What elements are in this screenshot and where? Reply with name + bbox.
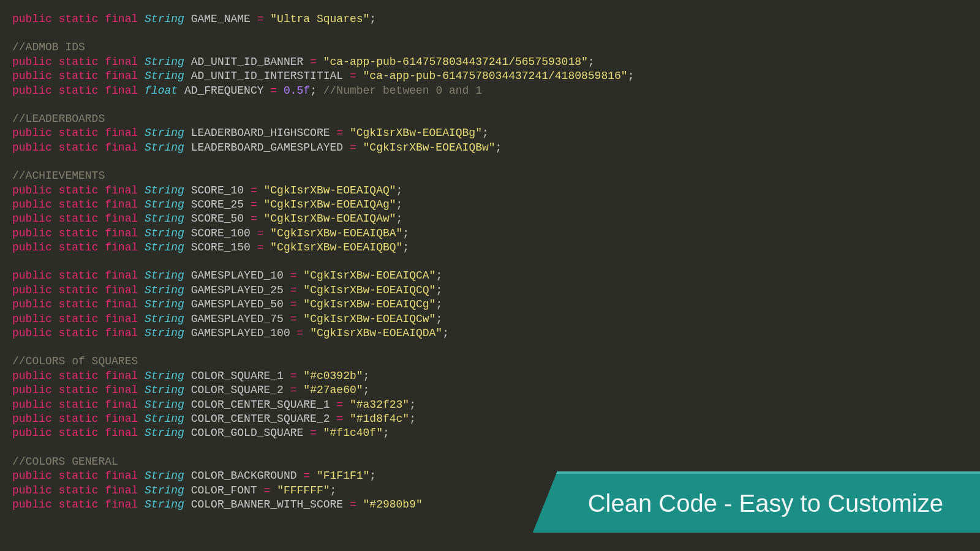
literal-value: "CgkIsrXBw-EOEAIQBQ" xyxy=(270,241,402,253)
code-line[interactable]: public static final String GAMESPLAYED_2… xyxy=(12,283,968,298)
code-line[interactable]: public static final String GAMESPLAYED_1… xyxy=(12,326,968,340)
literal-value: "CgkIsrXBw-EOEAIQCw" xyxy=(303,313,435,325)
code-line[interactable] xyxy=(12,340,968,354)
code-line[interactable]: public static final String COLOR_GOLD_SQ… xyxy=(12,426,968,440)
code-line[interactable]: public static final String GAMESPLAYED_1… xyxy=(12,269,968,283)
banner-text: Clean Code - Easy to Customize xyxy=(588,490,943,517)
literal-value: "#27ae60" xyxy=(303,384,363,396)
operator-equals: = xyxy=(284,269,303,282)
operator-equals: = xyxy=(251,241,270,253)
code-line[interactable]: public static final String SCORE_150 = "… xyxy=(12,241,968,255)
keyword-public: public xyxy=(12,269,59,282)
semicolon: ; xyxy=(396,184,403,197)
keyword-public: public xyxy=(12,141,59,154)
keyword-final: final xyxy=(105,141,145,154)
keyword-final: final xyxy=(105,399,145,411)
trailing-comment: //Number between 0 and 1 xyxy=(317,84,482,97)
semicolon: ; xyxy=(588,56,595,68)
comment: //COLORS GENERAL xyxy=(12,455,118,468)
operator-equals: = xyxy=(330,413,350,425)
code-line[interactable] xyxy=(12,98,968,112)
semicolon: ; xyxy=(396,198,403,211)
variable-name: GAMESPLAYED_50 xyxy=(191,298,284,310)
literal-value: "CgkIsrXBw-EOEAIQBA" xyxy=(270,227,402,239)
literal-value: "#c0392b" xyxy=(303,370,363,382)
variable-name: AD_FREQUENCY xyxy=(184,84,264,97)
type-name: String xyxy=(145,399,184,411)
operator-equals: = xyxy=(251,227,270,239)
type-name: String xyxy=(145,198,184,211)
keyword-final: final xyxy=(105,198,145,211)
keyword-public: public xyxy=(12,227,59,239)
variable-name: AD_UNIT_ID_INTERSTITIAL xyxy=(191,70,343,82)
code-line[interactable]: //ADMOB IDS xyxy=(12,40,968,54)
keyword-public: public xyxy=(12,184,59,197)
code-line[interactable]: public static final String AD_UNIT_ID_IN… xyxy=(12,69,968,83)
code-line[interactable]: public static final String COLOR_CENTER_… xyxy=(12,412,968,426)
code-line[interactable]: public static final String GAMESPLAYED_7… xyxy=(12,312,968,326)
comment: //ACHIEVEMENTS xyxy=(12,170,105,182)
variable-name: COLOR_GOLD_SQUARE xyxy=(191,427,304,439)
operator-equals: = xyxy=(284,298,303,310)
code-editor[interactable]: public static final String GAME_NAME = "… xyxy=(0,0,980,518)
keyword-public: public xyxy=(12,313,59,325)
operator-equals: = xyxy=(257,484,277,497)
code-line[interactable]: //COLORS of SQUARES xyxy=(12,354,968,369)
code-line[interactable]: public static final String SCORE_100 = "… xyxy=(12,227,968,241)
keyword-static: static xyxy=(59,327,105,339)
operator-equals: = xyxy=(330,399,350,411)
code-line[interactable] xyxy=(12,155,968,169)
code-line[interactable]: public static final String SCORE_25 = "C… xyxy=(12,198,968,212)
literal-value: "FFFFFF" xyxy=(277,484,330,497)
operator-equals: = xyxy=(264,84,284,97)
code-line[interactable]: public static final String LEADERBOARD_H… xyxy=(12,126,968,140)
semicolon: ; xyxy=(369,470,376,482)
code-line[interactable] xyxy=(12,255,968,269)
keyword-final: final xyxy=(105,212,145,225)
code-line[interactable]: //LEADERBOARDS xyxy=(12,112,968,126)
variable-name: COLOR_CENTER_SQUARE_2 xyxy=(191,413,330,425)
keyword-public: public xyxy=(12,198,59,211)
semicolon: ; xyxy=(628,70,635,82)
operator-equals: = xyxy=(297,470,317,482)
code-line[interactable]: //COLORS GENERAL xyxy=(12,455,968,469)
keyword-static: static xyxy=(59,399,105,411)
code-line[interactable] xyxy=(12,441,968,455)
type-name: float xyxy=(145,84,178,97)
code-line[interactable]: public static final String GAMESPLAYED_5… xyxy=(12,298,968,312)
code-line[interactable] xyxy=(12,26,968,40)
keyword-final: final xyxy=(105,384,145,396)
type-name: String xyxy=(145,298,184,310)
code-line[interactable]: public static final String LEADERBOARD_G… xyxy=(12,141,968,155)
code-line[interactable]: public static final String SCORE_50 = "C… xyxy=(12,212,968,226)
keyword-final: final xyxy=(105,413,145,425)
variable-name: LEADERBOARD_HIGHSCORE xyxy=(191,127,330,139)
keyword-static: static xyxy=(59,313,105,325)
semicolon: ; xyxy=(442,327,449,339)
literal-value: "Ultra Squares" xyxy=(270,13,369,25)
keyword-final: final xyxy=(105,70,145,82)
operator-equals: = xyxy=(303,56,323,68)
keyword-public: public xyxy=(12,70,59,82)
code-line[interactable]: public static final String COLOR_SQUARE_… xyxy=(12,383,968,397)
code-line[interactable]: public static final String COLOR_SQUARE_… xyxy=(12,369,968,383)
operator-equals: = xyxy=(330,127,350,139)
code-line[interactable]: public static final String GAME_NAME = "… xyxy=(12,12,968,26)
keyword-final: final xyxy=(105,427,145,439)
code-line[interactable]: //ACHIEVEMENTS xyxy=(12,169,968,183)
code-line[interactable]: public static final float AD_FREQUENCY =… xyxy=(12,84,968,98)
semicolon: ; xyxy=(402,241,409,253)
code-line[interactable]: public static final String SCORE_10 = "C… xyxy=(12,184,968,198)
operator-equals: = xyxy=(290,327,310,339)
code-line[interactable]: public static final String AD_UNIT_ID_BA… xyxy=(12,55,968,69)
operator-equals: = xyxy=(244,184,263,197)
operator-equals: = xyxy=(244,198,263,211)
code-line[interactable]: public static final String COLOR_CENTER_… xyxy=(12,398,968,412)
semicolon: ; xyxy=(435,298,442,310)
semicolon: ; xyxy=(383,427,390,439)
keyword-final: final xyxy=(105,184,145,197)
comment: //ADMOB IDS xyxy=(12,41,85,53)
operator-equals: = xyxy=(244,212,263,225)
keyword-final: final xyxy=(105,284,145,296)
type-name: String xyxy=(145,470,184,482)
